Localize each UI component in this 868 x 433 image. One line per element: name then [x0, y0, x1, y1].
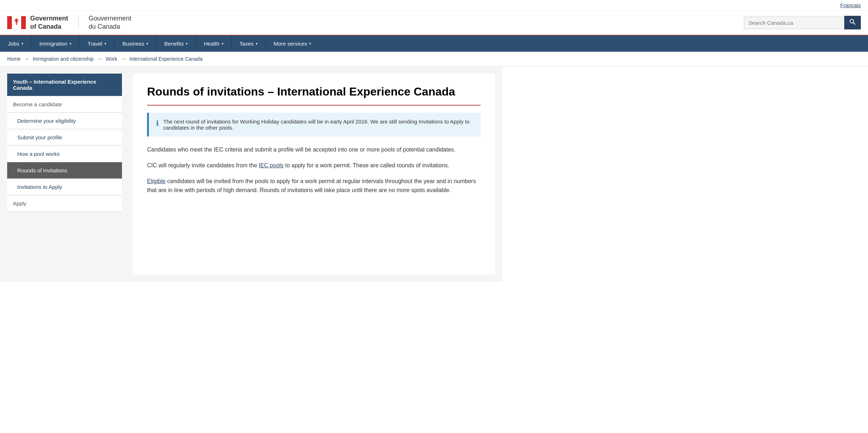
svg-line-6	[853, 23, 855, 24]
content-para2: CIC will regularly invite candidates fro…	[147, 161, 481, 170]
sidebar-item-eligibility[interactable]: Determine your eligibility	[7, 113, 122, 129]
top-bar: Français	[0, 0, 868, 11]
search-icon	[849, 19, 856, 25]
page-content: Rounds of invitations – International Ex…	[133, 74, 495, 275]
nav-item-immigration[interactable]: Immigration ▾	[32, 36, 80, 52]
sidebar-item-apply[interactable]: Apply	[7, 195, 122, 212]
chevron-down-icon: ▾	[146, 42, 148, 46]
sidebar-item-youth-iec[interactable]: Youth – International Experience Canada	[7, 74, 122, 96]
sidebar-item-submit-profile[interactable]: Submit your profile	[7, 129, 122, 146]
sidebar-item-invitations-apply[interactable]: Invitations to Apply	[7, 179, 122, 195]
header-divider	[78, 15, 79, 30]
svg-rect-2	[21, 16, 26, 29]
breadcrumb-work[interactable]: Work	[106, 56, 117, 62]
nav-item-more-services[interactable]: More services ▾	[266, 36, 319, 52]
chevron-down-icon: ▾	[70, 42, 71, 46]
logo-area: Government of Canada Gouvernement du Can…	[7, 14, 131, 31]
nav-item-jobs[interactable]: Jobs ▾	[0, 36, 32, 52]
breadcrumb-sep: →	[121, 56, 126, 62]
chevron-down-icon: ▾	[222, 42, 223, 46]
nav-item-travel[interactable]: Travel ▾	[80, 36, 114, 52]
iec-pools-link[interactable]: IEC pools	[259, 162, 283, 168]
breadcrumb-home[interactable]: Home	[7, 56, 20, 62]
sidebar-item-pool-works[interactable]: How a pool works	[7, 146, 122, 162]
language-toggle-link[interactable]: Français	[840, 2, 861, 8]
nav-item-benefits[interactable]: Benefits ▾	[156, 36, 196, 52]
page-title: Rounds of invitations – International Ex…	[147, 84, 481, 106]
info-box: ℹ The next round of invitations for Work…	[147, 113, 481, 136]
nav-item-taxes[interactable]: Taxes ▾	[232, 36, 266, 52]
chevron-down-icon: ▾	[309, 42, 311, 46]
chevron-down-icon: ▾	[22, 42, 23, 46]
gov-name-fr: Gouvernement du Canada	[89, 14, 131, 31]
chevron-down-icon: ▾	[104, 42, 106, 46]
nav-item-business[interactable]: Business ▾	[114, 36, 156, 52]
breadcrumb-sep: →	[24, 56, 29, 62]
content-para3: Eligible candidates will be invited from…	[147, 177, 481, 195]
search-input[interactable]	[744, 17, 844, 29]
breadcrumb-immigration[interactable]: Immigration and citizenship	[33, 56, 94, 62]
search-button[interactable]	[844, 16, 861, 29]
nav-item-health[interactable]: Health ▾	[196, 36, 231, 52]
svg-rect-0	[7, 16, 12, 29]
breadcrumb-iec[interactable]: International Experience Canada	[129, 56, 203, 62]
main-nav: Jobs ▾ Immigration ▾ Travel ▾ Business ▾…	[0, 36, 868, 52]
info-icon: ℹ	[156, 119, 159, 127]
canada-flag-icon	[7, 16, 26, 29]
eligible-link[interactable]: Eligible	[147, 178, 166, 184]
breadcrumb: Home → Immigration and citizenship → Wor…	[0, 52, 868, 66]
main-content: Youth – International Experience Canada …	[0, 66, 502, 282]
search-area	[744, 16, 861, 29]
sidebar: Youth – International Experience Canada …	[7, 74, 122, 275]
chevron-down-icon: ▾	[256, 42, 258, 46]
info-box-text: The next round of invitations for Workin…	[163, 118, 473, 131]
content-para1: Candidates who meet the IEC criteria and…	[147, 145, 481, 154]
sidebar-item-rounds[interactable]: Rounds of invitations	[7, 162, 122, 179]
breadcrumb-sep: →	[97, 56, 102, 62]
site-header: Government of Canada Gouvernement du Can…	[0, 11, 868, 36]
gov-name-en: Government of Canada	[30, 14, 68, 31]
chevron-down-icon: ▾	[186, 42, 188, 46]
svg-rect-4	[16, 23, 17, 25]
sidebar-item-become-candidate[interactable]: Become a candidate	[7, 96, 122, 113]
